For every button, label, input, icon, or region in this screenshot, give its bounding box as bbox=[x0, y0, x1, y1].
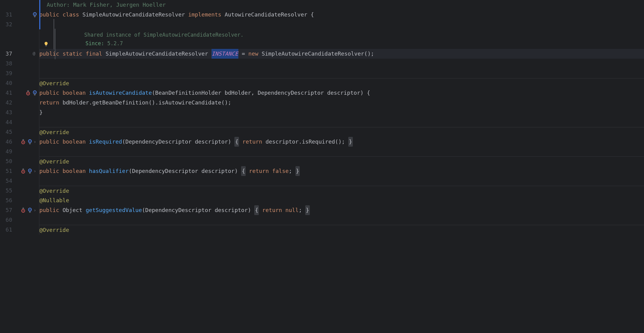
gutter-icons: @ bbox=[16, 0, 39, 235]
overrides-icon[interactable] bbox=[20, 207, 26, 213]
code-editor: 31 32 37 38 39 40 41 42 43 44 45 46 49 5… bbox=[0, 0, 644, 235]
line-number: 61 bbox=[0, 225, 12, 235]
code-line: } bbox=[39, 108, 644, 117]
svg-point-6 bbox=[34, 92, 35, 93]
code-line: public boolean isAutowireCandidate(BeanD… bbox=[39, 88, 644, 98]
line-number: 50 bbox=[0, 156, 12, 166]
code-line: @Override bbox=[39, 127, 644, 137]
svg-point-4 bbox=[28, 93, 29, 94]
svg-text:@: @ bbox=[33, 51, 35, 56]
line-number: 43 bbox=[0, 108, 12, 117]
code-line: Author: Mark Fisher, Juergen Hoeller bbox=[39, 0, 644, 10]
line-number: 37 bbox=[0, 49, 12, 59]
implemented-icon[interactable] bbox=[27, 139, 33, 145]
line-number bbox=[0, 39, 12, 49]
line-number: 55 bbox=[0, 186, 12, 196]
fold-region[interactable]: { bbox=[254, 205, 259, 215]
fold-region[interactable]: } bbox=[348, 137, 353, 147]
svg-point-12 bbox=[23, 171, 24, 172]
implemented-icon[interactable] bbox=[27, 207, 33, 213]
fold-chevron-icon[interactable]: › bbox=[34, 166, 38, 176]
code-line: public boolean hasQualifier(DependencyDe… bbox=[39, 166, 644, 176]
code-line: public Object getSuggestedValue(Dependen… bbox=[39, 205, 644, 215]
line-numbers: 31 32 37 38 39 40 41 42 43 44 45 46 49 5… bbox=[0, 0, 16, 235]
code-line: @Override bbox=[39, 156, 644, 166]
doc-author: Author: Mark Fisher, Juergen Hoeller bbox=[39, 0, 166, 10]
code-line bbox=[39, 59, 644, 68]
fold-region[interactable]: { bbox=[234, 137, 239, 147]
line-number: 60 bbox=[0, 215, 12, 225]
change-marker bbox=[39, 0, 40, 29]
intention-bulb-icon[interactable] bbox=[43, 41, 49, 47]
svg-rect-19 bbox=[45, 46, 47, 46]
line-number: 44 bbox=[0, 117, 12, 127]
line-number: 56 bbox=[0, 196, 12, 205]
overrides-icon[interactable] bbox=[25, 90, 31, 96]
fold-chevron-icon[interactable]: › bbox=[34, 205, 38, 215]
svg-point-1 bbox=[34, 14, 35, 15]
doc-block-line: Shared instance of SimpleAutowireCandida… bbox=[39, 29, 644, 39]
svg-point-14 bbox=[30, 170, 31, 171]
code-line: public static final SimpleAutowireCandid… bbox=[39, 49, 644, 59]
code-line: return bdHolder.getBeanDefinition().isAu… bbox=[39, 98, 644, 108]
line-number bbox=[0, 29, 12, 39]
fold-region[interactable]: } bbox=[295, 166, 300, 176]
implemented-icon[interactable] bbox=[27, 168, 33, 174]
overrides-icon[interactable] bbox=[20, 139, 26, 145]
line-number: 32 bbox=[0, 20, 12, 29]
code-line: public class SimpleAutowireCandidateReso… bbox=[39, 10, 644, 20]
code-line bbox=[39, 176, 644, 186]
line-number: 38 bbox=[0, 59, 12, 68]
code-area[interactable]: Author: Mark Fisher, Juergen Hoeller pub… bbox=[39, 0, 644, 235]
implemented-icon[interactable] bbox=[32, 90, 38, 96]
code-line bbox=[39, 215, 644, 225]
svg-point-8 bbox=[23, 142, 24, 143]
svg-rect-20 bbox=[46, 46, 47, 46]
line-number: 45 bbox=[0, 127, 12, 137]
implemented-icon[interactable] bbox=[32, 12, 38, 18]
code-line bbox=[39, 147, 644, 156]
line-number: 51 bbox=[0, 166, 12, 176]
code-line: @Override bbox=[39, 225, 644, 235]
line-number: 49 bbox=[0, 147, 12, 156]
svg-point-10 bbox=[30, 141, 31, 142]
line-number: 57 bbox=[0, 205, 12, 215]
fold-region[interactable]: { bbox=[241, 166, 246, 176]
line-number: 54 bbox=[0, 176, 12, 186]
code-line bbox=[39, 117, 644, 127]
line-number: 31 bbox=[0, 10, 12, 20]
line-number: 41 bbox=[0, 88, 12, 98]
code-line: @Nullable bbox=[39, 196, 644, 205]
fold-region[interactable]: } bbox=[305, 205, 310, 215]
usages-icon[interactable]: @ bbox=[32, 51, 38, 57]
overrides-icon[interactable] bbox=[20, 168, 26, 174]
fold-chevron-icon[interactable]: › bbox=[34, 137, 38, 147]
gutter: 31 32 37 38 39 40 41 42 43 44 45 46 49 5… bbox=[0, 0, 39, 235]
line-number: 46 bbox=[0, 137, 12, 147]
line-number: 40 bbox=[0, 78, 12, 88]
line-number: 39 bbox=[0, 68, 12, 78]
svg-point-16 bbox=[23, 210, 24, 211]
code-line bbox=[39, 68, 644, 78]
code-line: @Override bbox=[39, 78, 644, 88]
svg-point-18 bbox=[30, 209, 31, 210]
code-line: public boolean isRequired(DependencyDesc… bbox=[39, 137, 644, 147]
line-number: 42 bbox=[0, 98, 12, 108]
selection: INSTANCE bbox=[212, 49, 239, 59]
code-line: @Override bbox=[39, 186, 644, 196]
line-number bbox=[0, 0, 12, 10]
